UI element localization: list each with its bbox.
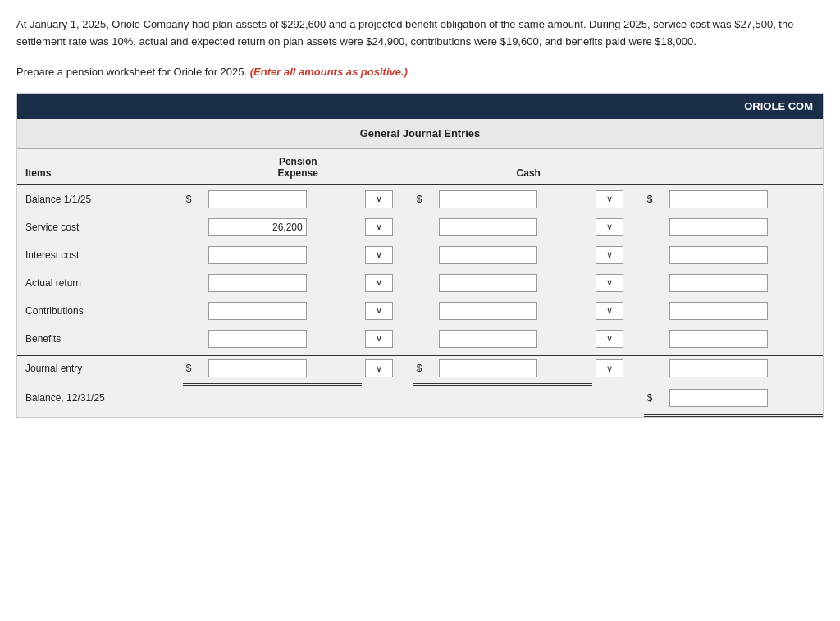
pe-input-journal[interactable] — [208, 359, 307, 377]
last-input-cell-benefits[interactable] — [666, 325, 823, 353]
pe-dropdown-btn-actual-return[interactable]: ∨ — [365, 274, 393, 292]
cash-input-service-cost[interactable] — [439, 218, 537, 236]
pe-input-cell-contributions[interactable] — [205, 297, 362, 325]
cash-dropdown-btn-interest-cost[interactable]: ∨ — [596, 246, 623, 264]
cash-input-cell-contributions[interactable] — [436, 297, 592, 325]
pe-dropdown-balance-start[interactable]: ∨ — [362, 185, 413, 213]
pe-input-cell-service-cost[interactable] — [205, 213, 362, 241]
last-input-interest-cost[interactable] — [669, 246, 768, 264]
pe-dropdown-contributions[interactable]: ∨ — [362, 297, 413, 325]
table-row: Balance, 12/31/25 $ — [17, 384, 823, 412]
cash-dropdown-contributions[interactable]: ∨ — [592, 297, 644, 325]
last-input-service-cost[interactable] — [669, 218, 768, 236]
table-row: Journal entry $ ∨ $ ∨ — [17, 356, 823, 381]
table-row: Actual return ∨ ∨ — [17, 269, 823, 297]
col-cash-header: Cash — [413, 149, 644, 185]
row-label-balance-end: Balance, 12/31/25 — [17, 384, 183, 412]
cash-input-cell-interest-cost[interactable] — [436, 241, 592, 269]
cash-input-interest-cost[interactable] — [439, 246, 537, 264]
pe-input-cell-balance-start[interactable] — [205, 185, 362, 213]
pe-input-cell-balance-end — [205, 384, 362, 412]
col-last-header — [644, 149, 823, 185]
cash-dropdown-journal[interactable]: ∨ — [592, 356, 644, 381]
pe-dropdown-interest-cost[interactable]: ∨ — [362, 241, 413, 269]
double-separator-end-row — [17, 412, 823, 415]
cash-input-actual-return[interactable] — [439, 274, 537, 292]
cash-dropdown-btn-balance-start[interactable]: ∨ — [596, 190, 623, 208]
pe-dollar-service-cost — [183, 213, 205, 241]
cash-input-cell-balance-start[interactable] — [436, 185, 592, 213]
cash-dropdown-btn-journal[interactable]: ∨ — [596, 359, 623, 377]
last-input-cell-service-cost[interactable] — [666, 213, 823, 241]
cash-dollar-balance-start: $ — [413, 185, 436, 213]
last-input-cell-interest-cost[interactable] — [666, 241, 823, 269]
pe-dollar-balance-end — [183, 384, 205, 412]
pe-dropdown-btn-service-cost[interactable]: ∨ — [365, 218, 393, 236]
last-input-contributions[interactable] — [669, 302, 768, 320]
last-input-cell-balance-end[interactable] — [666, 384, 823, 412]
last-input-cell-contributions[interactable] — [666, 297, 823, 325]
pe-dropdown-journal[interactable]: ∨ — [362, 356, 413, 381]
last-input-cell-balance-start[interactable] — [666, 185, 823, 213]
cash-dropdown-btn-contributions[interactable]: ∨ — [596, 302, 623, 320]
pe-dropdown-btn-journal[interactable]: ∨ — [365, 359, 393, 377]
cash-dollar-actual-return — [413, 269, 436, 297]
last-dollar-interest-cost — [644, 241, 666, 269]
pe-dollar-contributions — [183, 297, 205, 325]
cash-input-benefits[interactable] — [439, 330, 537, 348]
cash-dropdown-btn-service-cost[interactable]: ∨ — [596, 218, 623, 236]
pe-dropdown-btn-benefits[interactable]: ∨ — [365, 330, 393, 348]
last-input-cell-journal[interactable] — [666, 356, 823, 381]
pe-dropdown-actual-return[interactable]: ∨ — [362, 269, 413, 297]
cash-dollar-benefits — [413, 325, 436, 353]
pe-input-cell-journal[interactable] — [205, 356, 362, 381]
last-input-actual-return[interactable] — [669, 274, 768, 292]
pe-input-cell-actual-return[interactable] — [205, 269, 362, 297]
last-dollar-balance-start: $ — [644, 185, 666, 213]
pe-dropdown-benefits[interactable]: ∨ — [362, 325, 413, 353]
last-input-journal[interactable] — [669, 359, 768, 377]
cash-dollar-service-cost — [413, 213, 436, 241]
cash-dollar-balance-end — [413, 384, 436, 412]
pe-dollar-interest-cost — [183, 241, 205, 269]
pe-input-contributions[interactable] — [208, 302, 307, 320]
cash-input-journal[interactable] — [439, 359, 537, 377]
table-row: Benefits ∨ ∨ — [17, 325, 823, 353]
cash-input-balance-start[interactable] — [439, 190, 537, 208]
cash-dropdown-actual-return[interactable]: ∨ — [592, 269, 644, 297]
pe-dropdown-btn-contributions[interactable]: ∨ — [365, 302, 393, 320]
pe-input-actual-return[interactable] — [208, 274, 307, 292]
pe-input-balance-start[interactable] — [208, 190, 307, 208]
cash-input-cell-journal[interactable] — [436, 356, 592, 381]
cash-input-cell-actual-return[interactable] — [436, 269, 592, 297]
cash-dropdown-balance-start[interactable]: ∨ — [592, 185, 644, 213]
pe-input-service-cost[interactable] — [208, 218, 307, 236]
cash-dropdown-benefits[interactable]: ∨ — [592, 325, 644, 353]
pe-dollar-actual-return — [183, 269, 205, 297]
pe-input-cell-benefits[interactable] — [205, 325, 362, 353]
pe-input-benefits[interactable] — [208, 330, 307, 348]
cash-dropdown-service-cost[interactable]: ∨ — [592, 213, 644, 241]
table-row: Interest cost ∨ ∨ — [17, 241, 823, 269]
general-journal-header: General Journal Entries — [17, 119, 823, 149]
cash-dropdown-btn-benefits[interactable]: ∨ — [596, 330, 623, 348]
cash-input-contributions[interactable] — [439, 302, 537, 320]
pe-dropdown-service-cost[interactable]: ∨ — [362, 213, 413, 241]
pe-dropdown-btn-interest-cost[interactable]: ∨ — [365, 246, 393, 264]
last-input-cell-actual-return[interactable] — [666, 269, 823, 297]
last-dollar-journal — [644, 356, 666, 381]
pe-dropdown-btn-balance-start[interactable]: ∨ — [365, 190, 393, 208]
cash-input-cell-benefits[interactable] — [436, 325, 592, 353]
cash-input-cell-service-cost[interactable] — [436, 213, 592, 241]
worksheet-container: ORIOLE COM General Journal Entries Items… — [16, 93, 824, 418]
last-input-balance-end[interactable] — [669, 389, 768, 407]
last-input-balance-start[interactable] — [669, 190, 768, 208]
pe-input-cell-interest-cost[interactable] — [205, 241, 362, 269]
pe-input-interest-cost[interactable] — [208, 246, 307, 264]
table-row: Balance 1/1/25 $ ∨ $ ∨ $ — [17, 185, 823, 213]
table-row: Service cost ∨ ∨ — [17, 213, 823, 241]
last-input-benefits[interactable] — [669, 330, 768, 348]
cash-dropdown-btn-actual-return[interactable]: ∨ — [596, 274, 623, 292]
last-dollar-benefits — [644, 325, 666, 353]
cash-dropdown-interest-cost[interactable]: ∨ — [592, 241, 644, 269]
